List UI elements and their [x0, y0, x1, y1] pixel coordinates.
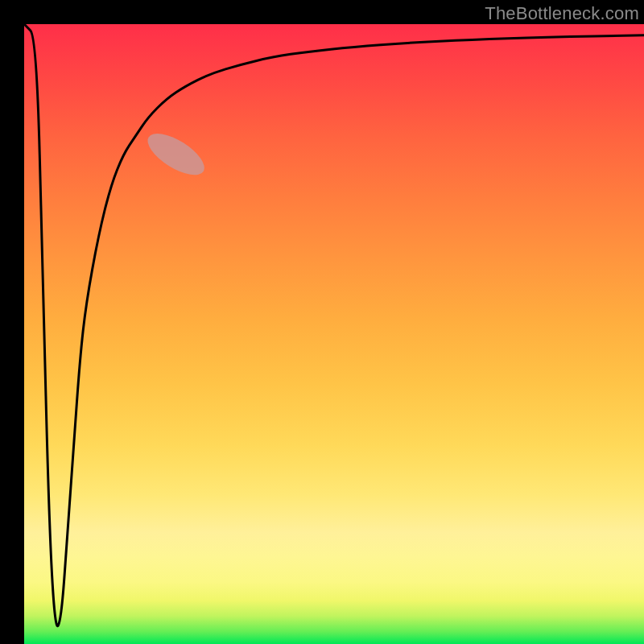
- bottleneck-curve: [24, 24, 644, 626]
- highlight-marker: [142, 126, 211, 183]
- chart-frame: TheBottleneck.com: [0, 0, 644, 644]
- curve-layer: [24, 24, 644, 644]
- plot-area: [24, 24, 644, 644]
- attribution-text: TheBottleneck.com: [485, 3, 639, 24]
